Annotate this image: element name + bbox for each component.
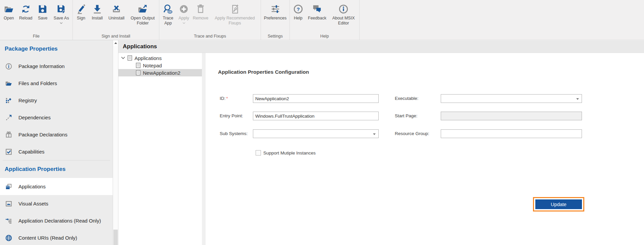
sidebar-item-applications[interactable]: Applications: [0, 178, 113, 195]
scrollbar-thumb[interactable]: [113, 230, 118, 245]
package-declarations-icon: [5, 131, 13, 139]
content-uris-globe-icon: [5, 234, 13, 242]
sidebar-item-label: Registry: [18, 98, 37, 103]
sidebar-item-package-information[interactable]: Package Information: [0, 58, 113, 75]
feedback-button[interactable]: Feedback: [307, 2, 327, 21]
document-icon: [136, 70, 141, 75]
page-title: Applications: [123, 43, 157, 50]
registry-icon: [5, 97, 13, 105]
entry-point-label: Entry Point:: [220, 112, 243, 120]
ribbon-group-sign-and-install: Sign Install Uninstall: [72, 0, 159, 40]
open-folder-icon: [4, 2, 14, 16]
sidebar-item-package-declarations[interactable]: Package Declarations: [0, 126, 113, 143]
msix-editor-window: Open Reload Save: [0, 0, 644, 245]
sidebar-item-label: Content URIs (Read Only): [18, 235, 77, 241]
support-multiple-instances-checkbox[interactable]: [256, 150, 261, 156]
tree-node-notepad[interactable]: Notepad: [118, 62, 202, 69]
reload-icon: [21, 2, 31, 16]
capabilities-checkbox-icon: [5, 148, 13, 156]
id-label: ID:*: [220, 94, 228, 103]
preferences-sliders-icon: [270, 2, 280, 16]
button-label: Save: [38, 16, 48, 21]
sidebar-item-label: Package Declarations: [18, 132, 67, 137]
sidebar-item-content-uris[interactable]: Content URIs (Read Only): [0, 229, 113, 245]
remove-trash-icon: [196, 2, 206, 16]
pane-splitter[interactable]: [202, 53, 206, 245]
reload-button[interactable]: Reload: [17, 2, 34, 21]
trace-app-button[interactable]: Trace App: [160, 2, 176, 26]
apply-plus-icon: [179, 2, 189, 16]
button-label: Open: [4, 16, 14, 21]
sidebar-item-label: Files and Folders: [18, 80, 57, 86]
help-button[interactable]: ? Help: [291, 2, 305, 21]
scrollbar-up-arrow[interactable]: [113, 40, 118, 46]
open-button[interactable]: Open: [1, 2, 16, 21]
support-multiple-instances-label: Support Mutiple Instances: [263, 150, 316, 156]
button-label: Install: [92, 16, 103, 21]
sidebar-item-dependencies[interactable]: Dependencies: [0, 109, 113, 126]
applications-icon: [5, 183, 13, 191]
resource-group-label: Resource Group:: [395, 129, 429, 138]
sidebar-item-visual-assets[interactable]: Visual Assets: [0, 195, 113, 212]
chevron-down-icon[interactable]: [121, 57, 125, 59]
save-as-button[interactable]: Save As: [51, 2, 71, 24]
remove-button[interactable]: Remove: [192, 2, 210, 21]
chevron-down-icon: [373, 133, 376, 135]
ribbon-group-label: Trace and Fixups: [159, 34, 261, 39]
tree-node-label: Applications: [135, 55, 162, 61]
files-and-folders-icon: [5, 79, 13, 87]
button-label: Apply: [178, 16, 189, 21]
ribbon-toolbar: Open Reload Save: [0, 0, 644, 40]
sidebar-item-application-declarations[interactable]: Application Declarations (Read Only): [0, 212, 113, 229]
open-output-folder-button[interactable]: Open Output Folder: [127, 2, 158, 26]
uninstall-icon: [111, 2, 121, 16]
support-multiple-instances-row: Support Mutiple Instances: [256, 150, 316, 156]
sidebar-navigation: Package Properties Package Information F…: [0, 40, 113, 245]
button-label: Reload: [19, 16, 33, 21]
update-button[interactable]: Update: [535, 199, 582, 209]
sidebar-heading-package-properties: Package Properties: [0, 40, 113, 58]
chevron-down-icon: [182, 21, 185, 24]
install-button[interactable]: Install: [89, 2, 106, 21]
executable-combobox[interactable]: [441, 94, 582, 103]
button-label: Uninstall: [108, 16, 124, 21]
chevron-down-icon: [576, 98, 579, 100]
ribbon-group-file: Open Reload Save: [0, 0, 72, 40]
document-icon: [127, 55, 132, 61]
id-input[interactable]: [253, 94, 379, 103]
entry-point-input[interactable]: [253, 112, 379, 120]
sidebar-item-files-and-folders[interactable]: Files and Folders: [0, 75, 113, 92]
uninstall-button[interactable]: Uninstall: [106, 2, 127, 21]
apply-recommended-fixups-button[interactable]: Apply Recommended Fixups: [210, 2, 260, 26]
resource-group-input[interactable]: [441, 129, 582, 138]
ribbon-group-settings: Preferences Settings: [261, 0, 289, 40]
svg-text:?: ?: [297, 6, 300, 12]
button-label: Help: [294, 16, 303, 21]
start-page-input: [441, 112, 582, 120]
open-output-folder-icon: [138, 2, 148, 16]
help-question-icon: ?: [293, 2, 303, 16]
main-panel-title-bar: Applications: [118, 40, 644, 53]
tree-node-newapplication2[interactable]: NewApplication2: [118, 69, 202, 76]
save-button[interactable]: Save: [35, 2, 50, 21]
sub-systems-combobox[interactable]: [253, 129, 379, 138]
tree-node-label: NewApplication2: [143, 70, 180, 76]
sidebar-scrollbar[interactable]: [113, 40, 118, 245]
button-label: Apply Recommended Fixups: [210, 16, 260, 26]
applications-tree: Applications Notepad NewApplication2: [118, 53, 202, 245]
button-label: About MSIX Editor: [330, 16, 357, 26]
apply-button[interactable]: Apply: [176, 2, 192, 24]
button-label: Save As: [54, 16, 69, 21]
tree-node-label: Notepad: [143, 63, 162, 68]
trace-app-icon: [163, 2, 173, 16]
sidebar-item-registry[interactable]: Registry: [0, 92, 113, 109]
sign-button[interactable]: Sign: [74, 2, 89, 21]
tree-node-applications[interactable]: Applications: [118, 54, 202, 62]
about-msix-editor-button[interactable]: About MSIX Editor: [329, 2, 358, 26]
preferences-button[interactable]: Preferences: [262, 2, 289, 21]
application-declarations-icon: [5, 217, 13, 225]
ribbon-group-trace-and-fixups: Trace App Apply Remove: [159, 0, 261, 40]
sidebar-item-capabilities[interactable]: Capabilities: [0, 143, 113, 160]
sidebar-item-label: Package Information: [18, 63, 65, 69]
ribbon-group-label: File: [0, 34, 72, 39]
